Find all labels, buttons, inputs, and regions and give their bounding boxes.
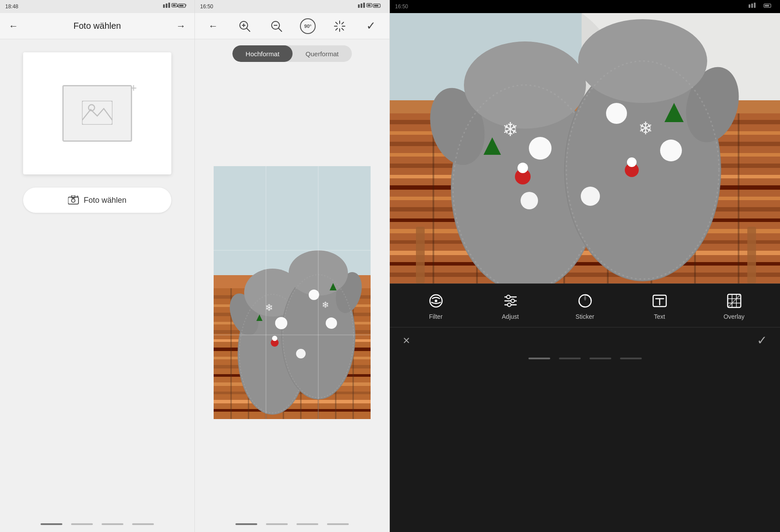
svg-rect-119 [747, 227, 756, 283]
foto-wahlen-button[interactable]: + Foto wählen [23, 188, 171, 213]
foto-wahlen-label: Foto wählen [84, 196, 126, 205]
rotate-90-icon: 90° [300, 18, 316, 34]
bottom-dot-3 [102, 523, 123, 525]
confirm-button-panel2[interactable]: ✓ [363, 18, 379, 34]
svg-point-134 [521, 192, 538, 209]
text-tool[interactable]: Text [642, 291, 677, 320]
overlay-tool[interactable]: Overlay [717, 291, 752, 320]
svg-rect-7 [179, 5, 184, 7]
gloves-image-panel3: ❄ ❄ [390, 13, 780, 283]
gloves-image-panel2: ❄ ❄ [214, 166, 371, 419]
svg-point-131 [606, 103, 627, 124]
image-placeholder-inner: + [62, 85, 132, 142]
bottom-dot-4 [132, 523, 154, 525]
svg-point-132 [660, 140, 682, 161]
header-panel1: ← Foto wählen → [0, 13, 194, 39]
p2-dot-2 [266, 523, 288, 525]
svg-rect-2 [168, 3, 170, 8]
filter-icon [426, 291, 446, 310]
svg-text:❄: ❄ [502, 119, 518, 140]
magic-wand-button[interactable] [332, 18, 347, 34]
header-panel2: ← 90° [195, 13, 389, 39]
bottom-bar-panel3 [390, 353, 780, 366]
svg-rect-118 [416, 227, 425, 283]
zoom-out-icon [270, 20, 283, 33]
svg-line-33 [336, 22, 337, 24]
filter-label: Filter [429, 313, 443, 320]
panel-editor-tools: 16:50 [390, 0, 780, 532]
back-arrow-panel1[interactable]: ← [9, 20, 18, 32]
bottom-bar-panel2 [195, 519, 389, 532]
zoom-in-button[interactable] [237, 18, 252, 34]
adjust-tool[interactable]: Adjust [493, 291, 528, 320]
adjust-icon [501, 291, 520, 310]
svg-line-35 [342, 22, 344, 24]
svg-text:+: + [76, 195, 79, 199]
foto-wahlen-icon: + [68, 195, 79, 205]
filter-tool[interactable]: Filter [419, 291, 453, 320]
panel-crop-editor: 16:50 ← [195, 0, 390, 532]
svg-rect-19 [368, 4, 371, 6]
status-icons-panel3 [749, 3, 775, 11]
svg-line-25 [247, 28, 250, 31]
svg-text:❄: ❄ [265, 302, 273, 313]
hochformat-button[interactable]: Hochformat [232, 45, 293, 62]
svg-rect-17 [363, 3, 365, 8]
bottom-dot-1 [41, 523, 62, 525]
svg-rect-16 [361, 3, 362, 8]
rotate-button[interactable]: 90° [300, 18, 316, 34]
svg-point-123 [464, 41, 586, 129]
svg-rect-4 [173, 4, 176, 6]
back-arrow-panel2[interactable]: ← [205, 18, 221, 34]
bottom-bar-panel1 [0, 519, 194, 532]
panel3-bottom-section: Filter Adjust [390, 283, 780, 532]
p3-dot-4 [620, 358, 642, 359]
panel2-image-area: ❄ ❄ [195, 66, 389, 519]
forward-arrow-panel1[interactable]: → [176, 20, 186, 32]
overlay-icon [725, 291, 744, 310]
querformat-button[interactable]: Querformat [293, 45, 352, 62]
plus-icon: + [130, 81, 137, 95]
sticker-label: Sticker [576, 313, 594, 320]
text-icon [650, 291, 669, 310]
svg-point-148 [507, 295, 510, 299]
cancel-button-panel3[interactable]: × [403, 334, 410, 348]
format-toggle-group: Hochformat Querformat [232, 45, 351, 62]
svg-rect-90 [765, 5, 769, 7]
overlay-label: Overlay [723, 313, 744, 320]
statusbar-panel3: 16:50 [390, 0, 780, 13]
time-panel2: 16:50 [200, 3, 213, 10]
action-bar-panel3: × ✓ [390, 327, 780, 353]
svg-text:❄: ❄ [322, 300, 329, 310]
svg-point-74 [326, 317, 337, 329]
svg-text:❄: ❄ [638, 119, 653, 138]
zoom-out-button[interactable] [269, 18, 284, 34]
panel-foto-wahlen: 18:48 ← Foto wählen → [0, 0, 195, 532]
format-toolbar: Hochformat Querformat [195, 39, 389, 66]
time-panel3: 16:50 [395, 3, 408, 10]
sticker-tool[interactable]: Sticker [568, 291, 603, 320]
text-label: Text [654, 313, 665, 320]
svg-rect-86 [749, 4, 750, 8]
sticker-icon [576, 291, 595, 310]
svg-line-34 [342, 28, 344, 30]
tools-bar: Filter Adjust [390, 283, 780, 327]
confirm-button-panel3[interactable]: ✓ [757, 333, 767, 348]
svg-rect-8 [185, 4, 186, 6]
zoom-in-icon [238, 20, 251, 33]
svg-point-75 [296, 349, 306, 358]
p3-dot-2 [559, 358, 581, 359]
bottom-dot-2 [71, 523, 93, 525]
svg-point-149 [511, 299, 514, 303]
statusbar-panel2: 16:50 [195, 0, 389, 13]
svg-rect-15 [358, 4, 360, 8]
svg-point-142 [627, 157, 637, 167]
status-icons-panel2 [358, 3, 384, 11]
svg-point-79 [272, 336, 277, 341]
svg-rect-1 [166, 3, 167, 8]
panel3-image-area: ❄ ❄ [390, 13, 780, 283]
panel1-content: + + Foto wählen [0, 39, 194, 519]
placeholder-mountains-icon [82, 101, 112, 126]
svg-point-73 [309, 290, 319, 300]
p3-dot-1 [528, 358, 550, 359]
